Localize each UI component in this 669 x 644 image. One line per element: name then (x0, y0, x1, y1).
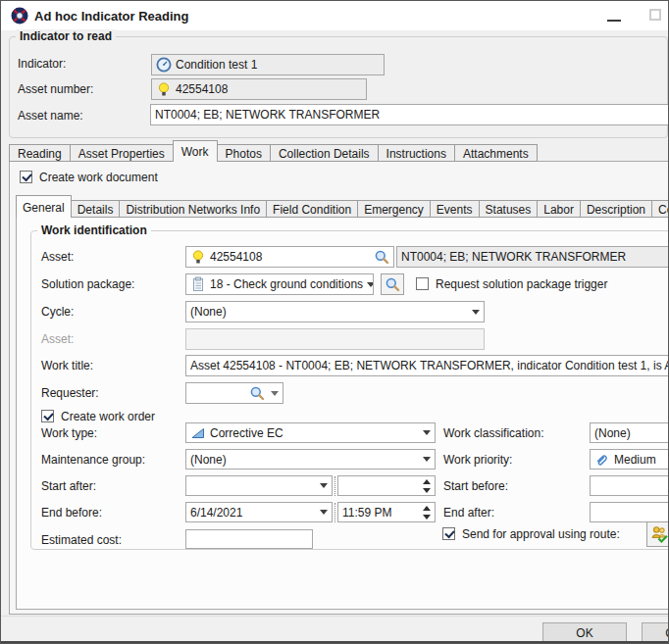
button-bar: OK Cancel (1, 616, 669, 644)
request-trigger-checkbox[interactable] (416, 277, 429, 290)
asset-name-value: NT0004; EB; NETWORK TRANSFORMER (401, 250, 626, 264)
asset-name-label: Asset name: (18, 109, 83, 123)
end-before-date-value: 6/14/2021 (190, 506, 242, 520)
send-for-approval-checkbox[interactable] (442, 527, 455, 540)
indicator-label: Indicator: (18, 57, 66, 71)
asset-label: Asset: (41, 250, 74, 264)
end-before-time-field[interactable]: 11:59 PM (337, 502, 436, 522)
indicator-field[interactable]: Condition test 1 (151, 54, 385, 75)
chevron-down-icon[interactable] (472, 310, 480, 315)
approval-route-icon (650, 525, 668, 543)
tab-asset-properties[interactable]: Asset Properties (70, 144, 174, 162)
tab-attachments[interactable]: Attachments (454, 144, 538, 162)
estimated-cost-field[interactable] (185, 529, 313, 549)
maintenance-group-combo[interactable]: (None) (185, 449, 436, 470)
end-before-date-field[interactable]: 6/14/2021 (185, 502, 333, 522)
estimated-cost-label: Estimated cost: (41, 533, 122, 547)
spin-down-icon[interactable] (423, 488, 431, 493)
spin-down-icon[interactable] (423, 515, 431, 520)
asset2-label: Asset: (41, 332, 74, 346)
cycle-combo[interactable]: (None) (185, 301, 485, 322)
indicator-to-read-group: Indicator to read Indicator: Condition t… (9, 36, 668, 138)
tab-field-condition[interactable]: Field Condition (266, 200, 358, 218)
asset-name-readonly-field: NT0004; EB; NETWORK TRANSFORMER (396, 246, 669, 268)
send-for-approval-label: Send for approval using route: (462, 527, 620, 541)
requester-label: Requester: (41, 386, 99, 400)
search-icon[interactable] (249, 385, 265, 401)
search-icon (385, 276, 400, 292)
asset-name-field[interactable]: NT0004; EB; NETWORK TRANSFORMER (150, 104, 669, 125)
work-classification-label: Work classification: (443, 426, 543, 440)
spin-up-icon[interactable] (423, 506, 431, 511)
work-title-value: Asset 42554108 - NT0004; EB; NETWORK TRA… (190, 359, 669, 372)
tab-completion-info[interactable]: Completion Inf (651, 200, 669, 218)
work-title-label: Work title: (41, 359, 93, 372)
solution-package-icon (190, 276, 206, 292)
work-priority-combo[interactable]: Medium (590, 449, 669, 470)
chevron-down-icon[interactable] (367, 282, 374, 287)
tab-details[interactable]: Details (71, 200, 121, 218)
end-before-time-value: 11:59 PM (342, 506, 391, 520)
start-after-date-field[interactable] (185, 475, 333, 496)
chevron-down-icon[interactable] (320, 510, 328, 515)
inner-tab-strip: General Details Distribution Networks In… (16, 195, 669, 218)
work-type-icon (190, 425, 206, 441)
work-priority-icon (594, 452, 610, 468)
time-spinner[interactable] (423, 506, 431, 520)
work-priority-label: Work priority: (443, 453, 512, 467)
cycle-value: (None) (190, 305, 227, 319)
bulb-icon (156, 81, 172, 97)
approval-route-button[interactable] (646, 521, 669, 547)
asset-number-field[interactable]: 42554108 (151, 78, 367, 100)
tab-labor[interactable]: Labor (537, 200, 581, 218)
time-spinner[interactable] (423, 479, 431, 493)
tab-emergency[interactable]: Emergency (357, 200, 431, 218)
window-title: Ad hoc Indicator Reading (34, 9, 188, 24)
end-before-label: End before: (41, 506, 102, 520)
work-classification-combo[interactable]: (None) (590, 422, 669, 443)
asset-field[interactable]: 42554108 (185, 246, 394, 268)
group-title: Indicator to read (16, 29, 116, 43)
chevron-down-icon[interactable] (423, 457, 431, 462)
indicator-icon (156, 57, 172, 73)
indicator-value: Condition test 1 (176, 58, 257, 72)
tab-instructions[interactable]: Instructions (378, 144, 455, 162)
create-work-document-label: Create work document (39, 171, 158, 184)
work-type-combo[interactable]: Corrective EC (185, 422, 436, 443)
app-icon (11, 7, 28, 25)
maintenance-group-value: (None) (190, 453, 227, 467)
requester-field[interactable] (185, 382, 283, 404)
start-before-field[interactable] (590, 475, 669, 496)
work-identification-group: Work identification Asset: 42554108 NT0 (30, 230, 669, 550)
tab-photos[interactable]: Photos (217, 144, 271, 162)
end-after-field[interactable] (590, 502, 669, 522)
tab-reading[interactable]: Reading (9, 144, 71, 162)
solution-package-search-button[interactable] (381, 273, 404, 295)
asset-name-value: NT0004; EB; NETWORK TRANSFORMER (155, 108, 380, 122)
tab-statuses[interactable]: Statuses (479, 200, 539, 218)
start-after-time-field[interactable] (337, 475, 436, 496)
minimize-button[interactable] (607, 20, 621, 22)
search-icon[interactable] (374, 249, 389, 265)
end-after-label: End after: (443, 506, 494, 520)
asset-number-label: Asset number: (18, 82, 93, 96)
tab-events[interactable]: Events (430, 200, 480, 218)
date-time-divider (334, 476, 335, 496)
chevron-down-icon[interactable] (271, 391, 279, 396)
tab-description[interactable]: Description (580, 200, 652, 218)
create-work-document-checkbox[interactable] (20, 171, 32, 183)
work-title-field[interactable]: Asset 42554108 - NT0004; EB; NETWORK TRA… (185, 355, 669, 376)
tab-general[interactable]: General (16, 195, 72, 218)
solution-package-combo[interactable]: 18 - Check ground conditions (185, 273, 374, 295)
create-work-order-label: Create work order (61, 410, 155, 423)
spin-up-icon[interactable] (423, 479, 431, 484)
bulb-icon (190, 249, 206, 265)
maximize-button[interactable] (649, 9, 661, 21)
create-work-order-checkbox[interactable] (41, 410, 54, 422)
outer-tab-strip: Reading Asset Properties Work Photos Col… (9, 140, 538, 162)
chevron-down-icon[interactable] (320, 483, 328, 488)
chevron-down-icon[interactable] (423, 430, 431, 435)
tab-work[interactable]: Work (173, 140, 218, 162)
tab-distribution-networks-info[interactable]: Distribution Networks Info (119, 200, 267, 218)
tab-collection-details[interactable]: Collection Details (270, 144, 379, 162)
